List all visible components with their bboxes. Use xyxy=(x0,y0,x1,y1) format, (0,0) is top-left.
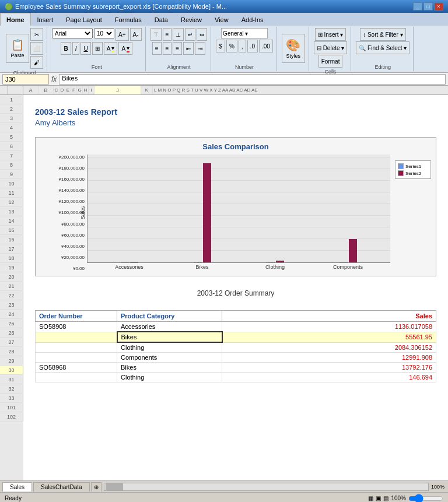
bold-button[interactable]: B xyxy=(61,42,71,55)
row-22[interactable]: 22 xyxy=(0,291,23,300)
currency-button[interactable]: $ xyxy=(216,40,225,52)
horizontal-scrollbar[interactable] xyxy=(104,483,429,491)
decrease-decimal-button[interactable]: .0 xyxy=(247,40,258,52)
row-14[interactable]: 14 xyxy=(0,216,23,226)
col-header-h[interactable]: H xyxy=(83,86,89,94)
col-header-c[interactable]: C xyxy=(54,86,60,94)
row-11[interactable]: 11 xyxy=(0,188,23,198)
align-left-button[interactable]: ≡ xyxy=(152,42,162,55)
tab-data[interactable]: Data xyxy=(148,13,174,26)
row-5[interactable]: 5 xyxy=(0,132,23,142)
zoom-slider[interactable] xyxy=(408,495,443,502)
wrap-text-button[interactable]: ↵ xyxy=(185,28,195,41)
row-19[interactable]: 19 xyxy=(0,263,23,272)
col-header-k[interactable]: K xyxy=(141,86,153,94)
row-10[interactable]: 10 xyxy=(0,179,23,188)
increase-font-button[interactable]: A+ xyxy=(116,28,129,41)
row-33[interactable]: 33 xyxy=(0,394,23,403)
row-1[interactable]: 1 xyxy=(0,95,23,104)
tab-add-ins[interactable]: Add-Ins xyxy=(235,13,270,26)
row-9[interactable]: 9 xyxy=(0,170,23,179)
sort-filter-button[interactable]: ↕ Sort & Filter ▾ xyxy=(360,28,405,41)
tab-page-layout[interactable]: Page Layout xyxy=(60,13,108,26)
close-button[interactable]: × xyxy=(434,2,443,10)
row-27[interactable]: 27 xyxy=(0,338,23,347)
row-20[interactable]: 20 xyxy=(0,272,23,282)
sheet-tab-saleschartdata[interactable]: SalesChartData xyxy=(33,482,90,492)
sheet-tab-plus[interactable]: ⊕ xyxy=(91,482,102,492)
row-18[interactable]: 18 xyxy=(0,254,23,263)
scrollbar-thumb[interactable] xyxy=(106,483,123,490)
row-101[interactable]: 101 xyxy=(0,403,23,412)
row-6[interactable]: 6 xyxy=(0,142,23,151)
tab-review[interactable]: Review xyxy=(174,13,208,26)
col-header-g[interactable]: G xyxy=(77,86,83,94)
col-header-f[interactable]: F xyxy=(71,86,77,94)
increase-indent-button[interactable]: ⇥ xyxy=(195,42,205,55)
col-header-a[interactable]: A xyxy=(23,86,38,94)
align-center-button[interactable]: ≡ xyxy=(163,42,172,55)
view-break-icon[interactable]: ▤ xyxy=(383,495,388,501)
row-4[interactable]: 4 xyxy=(0,123,23,132)
tab-formulas[interactable]: Formulas xyxy=(108,13,148,26)
cut-button[interactable]: ✂ xyxy=(30,28,43,41)
border-button[interactable]: ⊞ xyxy=(92,42,103,55)
font-size-select[interactable]: 10 xyxy=(94,28,114,38)
align-top-button[interactable]: ⊤ xyxy=(150,28,162,41)
row-29[interactable]: 29 xyxy=(0,356,23,366)
col-header-i[interactable]: I xyxy=(89,86,94,94)
row-28[interactable]: 28 xyxy=(0,347,23,356)
cell-category-1-active[interactable]: Bikes xyxy=(117,332,222,342)
row-21[interactable]: 21 xyxy=(0,282,23,291)
view-layout-icon[interactable]: ▣ xyxy=(376,495,381,501)
styles-big-button[interactable]: 🎨 Styles xyxy=(282,34,305,63)
copy-button[interactable]: ⬜ xyxy=(30,42,43,55)
format-button[interactable]: Format xyxy=(318,55,343,68)
underline-button[interactable]: U xyxy=(80,42,90,55)
align-right-button[interactable]: ≡ xyxy=(173,42,182,55)
italic-button[interactable]: I xyxy=(72,42,80,55)
fill-color-button[interactable]: A▾ xyxy=(104,42,118,55)
col-header-e[interactable]: E xyxy=(65,86,71,94)
row-24[interactable]: 24 xyxy=(0,310,23,319)
row-31[interactable]: 31 xyxy=(0,375,23,384)
paste-button[interactable]: 📋 Paste xyxy=(6,34,29,63)
increase-decimal-button[interactable]: .00 xyxy=(259,40,273,52)
row-8[interactable]: 8 xyxy=(0,160,23,170)
percent-button[interactable]: % xyxy=(226,40,237,52)
row-23[interactable]: 23 xyxy=(0,300,23,310)
sheet-tab-sales[interactable]: Sales xyxy=(2,482,32,492)
formula-input[interactable]: Bikes xyxy=(59,74,446,85)
row-15[interactable]: 15 xyxy=(0,226,23,235)
tab-home[interactable]: Home xyxy=(0,13,31,26)
row-16[interactable]: 16 xyxy=(0,235,23,244)
row-25[interactable]: 25 xyxy=(0,319,23,328)
col-header-d[interactable]: D xyxy=(60,86,65,94)
format-painter-button[interactable]: 🖌 xyxy=(30,56,43,69)
comma-button[interactable]: , xyxy=(239,40,246,52)
row-12[interactable]: 12 xyxy=(0,198,23,207)
number-format-box[interactable]: General ▾ xyxy=(221,28,268,38)
find-select-button[interactable]: 🔍 Find & Select ▾ xyxy=(356,41,410,54)
merge-center-button[interactable]: ⇔ xyxy=(197,28,207,41)
row-32[interactable]: 32 xyxy=(0,384,23,394)
delete-button[interactable]: ⊟ Delete ▾ xyxy=(314,41,347,54)
tab-view[interactable]: View xyxy=(208,13,235,26)
font-color-button[interactable]: A▾ xyxy=(118,42,132,55)
row-3[interactable]: 3 xyxy=(0,114,23,123)
title-bar-controls[interactable]: _ □ × xyxy=(413,2,443,10)
align-bottom-button[interactable]: ⊥ xyxy=(173,28,184,41)
decrease-indent-button[interactable]: ⇤ xyxy=(183,42,194,55)
row-7[interactable]: 7 xyxy=(0,151,23,160)
row-17[interactable]: 17 xyxy=(0,244,23,254)
tab-insert[interactable]: Insert xyxy=(31,13,60,26)
row-26[interactable]: 26 xyxy=(0,328,23,338)
row-13[interactable]: 13 xyxy=(0,207,23,216)
insert-button[interactable]: ⊞ Insert ▾ xyxy=(315,28,346,41)
decrease-font-button[interactable]: A- xyxy=(130,28,142,41)
row-2[interactable]: 2 xyxy=(0,104,23,114)
view-normal-icon[interactable]: ▦ xyxy=(368,495,373,501)
font-family-select[interactable]: Arial xyxy=(52,28,93,38)
minimize-button[interactable]: _ xyxy=(413,2,422,10)
row-30-active[interactable]: 30 xyxy=(0,366,23,375)
